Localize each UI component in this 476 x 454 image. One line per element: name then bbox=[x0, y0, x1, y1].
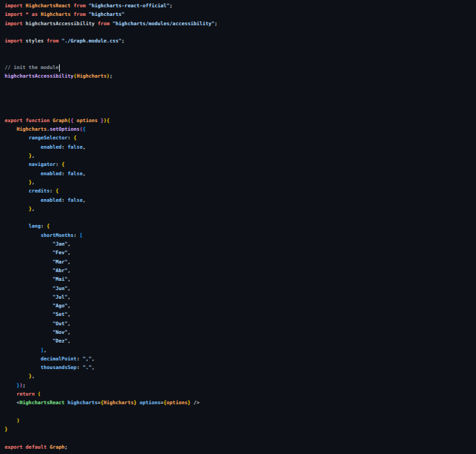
code-token bbox=[5, 171, 40, 177]
code-line[interactable]: // init the module bbox=[5, 63, 476, 72]
code-token bbox=[5, 373, 29, 379]
code-line[interactable]: import * as Highcharts from "highcharts" bbox=[5, 10, 476, 19]
code-line[interactable]: <HighchartsReact highcharts={Highcharts}… bbox=[5, 398, 476, 407]
code-line[interactable]: }); bbox=[5, 381, 476, 390]
code-token: , bbox=[32, 206, 35, 212]
code-token: : bbox=[62, 144, 68, 150]
code-token: , bbox=[68, 294, 71, 300]
code-token: ( bbox=[38, 391, 41, 397]
code-line[interactable]: "Jul", bbox=[5, 293, 476, 301]
code-token bbox=[5, 223, 29, 229]
code-line[interactable] bbox=[5, 28, 476, 37]
code-line[interactable]: enabled: false, bbox=[5, 169, 476, 178]
code-token: Graph bbox=[50, 444, 65, 450]
code-line[interactable] bbox=[5, 434, 476, 443]
code-line[interactable]: import styles from "./Graph.module.css"; bbox=[5, 37, 476, 45]
code-line[interactable] bbox=[5, 408, 476, 416]
code-token bbox=[5, 267, 52, 273]
code-line[interactable]: }, bbox=[5, 151, 476, 160]
code-line[interactable]: shortMonths: [ bbox=[5, 231, 476, 240]
code-line[interactable] bbox=[5, 54, 476, 63]
code-token: from bbox=[98, 21, 113, 27]
code-token: , bbox=[68, 259, 71, 265]
code-line[interactable]: navigator: { bbox=[5, 160, 476, 169]
code-token: "Abr" bbox=[52, 267, 68, 273]
code-token: , bbox=[68, 276, 71, 282]
code-token: return bbox=[17, 391, 38, 397]
code-line[interactable]: lang: { bbox=[5, 222, 476, 230]
code-line[interactable]: "Mar", bbox=[5, 258, 476, 266]
code-token bbox=[5, 188, 29, 194]
code-token: "highcharts" bbox=[88, 11, 124, 17]
code-line[interactable]: export function Graph({ options }){ bbox=[5, 116, 476, 125]
code-token bbox=[5, 391, 17, 397]
code-line[interactable]: "Jun", bbox=[5, 284, 476, 293]
code-token: { bbox=[46, 223, 50, 229]
code-line[interactable]: import HighchartsReact from "highcharts-… bbox=[5, 1, 476, 10]
code-token bbox=[5, 338, 52, 344]
code-token: } bbox=[5, 426, 8, 432]
code-token: , bbox=[68, 285, 71, 291]
code-token: "Fev" bbox=[52, 250, 68, 256]
code-line[interactable] bbox=[5, 81, 476, 90]
code-line[interactable] bbox=[5, 90, 476, 98]
code-token: // init the module bbox=[5, 64, 58, 70]
code-line[interactable]: }, bbox=[5, 178, 476, 187]
code-line[interactable]: "Dez", bbox=[5, 337, 476, 345]
code-token: decimalPoint bbox=[40, 356, 76, 362]
code-line[interactable]: "Set", bbox=[5, 310, 476, 319]
code-token: import bbox=[5, 21, 26, 27]
code-editor[interactable]: import HighchartsReact from "highcharts-… bbox=[0, 0, 476, 454]
code-line[interactable]: ) bbox=[5, 416, 476, 425]
code-line[interactable]: "Abr", bbox=[5, 266, 476, 275]
code-token: Highcharts bbox=[17, 126, 46, 132]
code-line[interactable]: "Fev", bbox=[5, 248, 476, 257]
code-line[interactable] bbox=[5, 98, 476, 107]
code-line[interactable]: Highcharts.setOptions({ bbox=[5, 125, 476, 133]
code-token: "Mai" bbox=[52, 276, 68, 282]
code-line[interactable]: "Mai", bbox=[5, 275, 476, 283]
code-line[interactable]: }, bbox=[5, 372, 476, 380]
code-token: "Jan" bbox=[52, 241, 68, 247]
code-line[interactable]: return ( bbox=[5, 390, 476, 398]
code-line[interactable]: rangeSelector: { bbox=[5, 133, 476, 142]
code-line[interactable]: export default Graph; bbox=[5, 443, 476, 451]
code-token: ; bbox=[169, 3, 173, 9]
code-line[interactable]: "Out", bbox=[5, 319, 476, 328]
code-line[interactable]: } bbox=[5, 425, 476, 433]
code-line[interactable] bbox=[5, 45, 476, 54]
code-token: "Ago" bbox=[52, 303, 68, 309]
code-token: , bbox=[92, 356, 95, 362]
code-line[interactable]: }, bbox=[5, 204, 476, 213]
code-token: , bbox=[32, 373, 35, 379]
code-token: { bbox=[56, 188, 59, 194]
code-token bbox=[5, 364, 40, 370]
code-line[interactable]: credits: { bbox=[5, 187, 476, 195]
code-line[interactable]: decimalPoint: ",", bbox=[5, 354, 476, 363]
code-token: thousandsSep bbox=[40, 364, 76, 370]
code-line[interactable]: enabled: false, bbox=[5, 143, 476, 151]
code-token: false bbox=[68, 144, 83, 150]
code-token bbox=[5, 232, 40, 238]
code-line[interactable] bbox=[5, 108, 476, 116]
code-token: options bbox=[137, 400, 161, 406]
code-line[interactable]: "Jan", bbox=[5, 240, 476, 248]
code-token: , bbox=[32, 153, 35, 159]
code-line[interactable]: thousandsSep: ".", bbox=[5, 363, 476, 372]
code-token: enabled bbox=[40, 144, 62, 150]
code-token: "highcharts/modules/accessibility" bbox=[113, 21, 215, 27]
code-line[interactable]: "Nov", bbox=[5, 328, 476, 337]
code-area[interactable]: import HighchartsReact from "highcharts-… bbox=[5, 1, 476, 451]
code-token: : bbox=[62, 171, 68, 177]
code-line[interactable] bbox=[5, 213, 476, 222]
code-token: /> bbox=[191, 400, 200, 406]
code-token: : bbox=[68, 135, 74, 141]
code-token: options bbox=[167, 400, 188, 406]
code-token bbox=[5, 294, 52, 300]
code-line[interactable]: highchartsAccessibility(Highcharts); bbox=[5, 72, 476, 80]
code-line[interactable]: ], bbox=[5, 346, 476, 354]
code-line[interactable]: "Ago", bbox=[5, 301, 476, 310]
code-line[interactable]: enabled: false, bbox=[5, 196, 476, 204]
code-token: HighchartsReact bbox=[20, 400, 68, 406]
code-line[interactable]: import highchartsAccessibility from "hig… bbox=[5, 19, 476, 28]
